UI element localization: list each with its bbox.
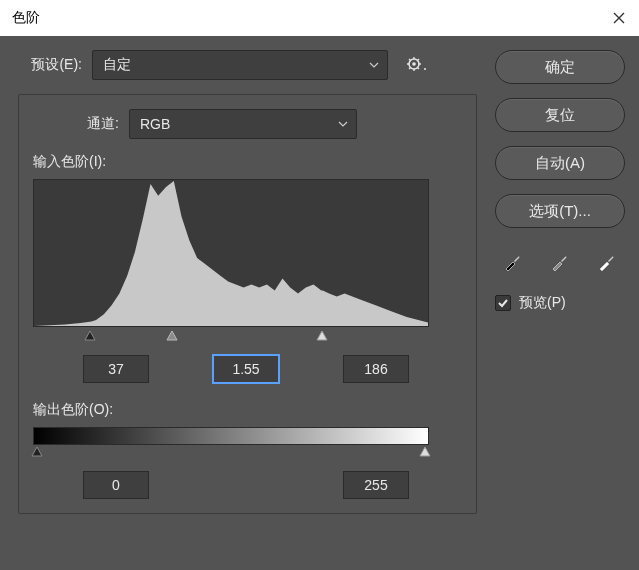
preview-label: 预览(P) bbox=[519, 294, 566, 312]
histogram bbox=[33, 179, 429, 327]
preset-menu-button[interactable] bbox=[406, 56, 428, 75]
auto-button[interactable]: 自动(A) bbox=[495, 146, 625, 180]
eyedropper-group bbox=[495, 248, 625, 276]
chevron-down-icon bbox=[369, 62, 379, 68]
titlebar: 色阶 bbox=[0, 0, 639, 36]
svg-marker-5 bbox=[317, 331, 327, 340]
highlight-slider[interactable] bbox=[316, 329, 328, 341]
eyedropper-icon bbox=[597, 252, 617, 272]
eyedropper-icon bbox=[503, 252, 523, 272]
output-white-input[interactable]: 255 bbox=[343, 471, 409, 499]
preview-checkbox[interactable] bbox=[495, 295, 511, 311]
channel-value: RGB bbox=[140, 116, 170, 132]
black-point-eyedropper[interactable] bbox=[495, 248, 531, 276]
levels-panel: 通道: RGB 输入色阶(I): 37 1.55 186 输出色阶(O bbox=[18, 94, 477, 514]
svg-point-2 bbox=[424, 68, 426, 70]
channel-label: 通道: bbox=[33, 115, 119, 133]
check-icon bbox=[497, 297, 509, 309]
gear-icon bbox=[406, 56, 428, 72]
svg-point-1 bbox=[412, 62, 416, 66]
midtone-slider[interactable] bbox=[166, 329, 178, 341]
shadow-input[interactable]: 37 bbox=[83, 355, 149, 383]
output-black-input[interactable]: 0 bbox=[83, 471, 149, 499]
output-slider-track[interactable] bbox=[33, 445, 429, 461]
channel-select[interactable]: RGB bbox=[129, 109, 357, 139]
gray-point-eyedropper[interactable] bbox=[542, 248, 578, 276]
output-black-slider[interactable] bbox=[31, 445, 43, 457]
preset-value: 自定 bbox=[103, 56, 131, 74]
svg-marker-3 bbox=[85, 331, 95, 340]
highlight-input[interactable]: 186 bbox=[343, 355, 409, 383]
white-point-eyedropper[interactable] bbox=[589, 248, 625, 276]
shadow-slider[interactable] bbox=[84, 329, 96, 341]
chevron-down-icon bbox=[338, 121, 348, 127]
output-levels-label: 输出色阶(O): bbox=[33, 401, 462, 419]
options-button[interactable]: 选项(T)... bbox=[495, 194, 625, 228]
ok-button[interactable]: 确定 bbox=[495, 50, 625, 84]
midtone-input[interactable]: 1.55 bbox=[213, 355, 279, 383]
eyedropper-icon bbox=[550, 252, 570, 272]
preset-select[interactable]: 自定 bbox=[92, 50, 388, 80]
preset-label: 预设(E): bbox=[18, 56, 82, 74]
svg-marker-4 bbox=[167, 331, 177, 340]
reset-button[interactable]: 复位 bbox=[495, 98, 625, 132]
close-icon bbox=[613, 12, 625, 24]
input-slider-track[interactable] bbox=[33, 329, 429, 345]
window-title: 色阶 bbox=[12, 9, 40, 27]
output-gradient bbox=[33, 427, 429, 445]
svg-marker-7 bbox=[420, 447, 430, 456]
close-button[interactable] bbox=[599, 0, 639, 36]
svg-marker-6 bbox=[32, 447, 42, 456]
input-levels-label: 输入色阶(I): bbox=[33, 153, 462, 171]
output-white-slider[interactable] bbox=[419, 445, 431, 457]
